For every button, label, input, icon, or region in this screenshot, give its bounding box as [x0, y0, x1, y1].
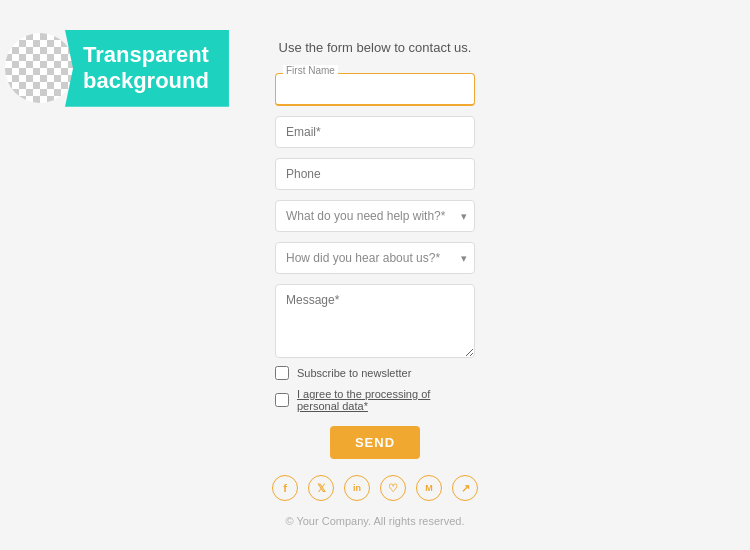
- form-subtitle: Use the form below to contact us.: [279, 40, 472, 55]
- linkedin-icon[interactable]: in: [344, 475, 370, 501]
- agree-label: I agree to the processing of personal da…: [297, 388, 475, 412]
- agree-row: I agree to the processing of personal da…: [275, 388, 475, 412]
- share-icon[interactable]: ↗: [452, 475, 478, 501]
- hear-select[interactable]: How did you hear about us?* Google Socia…: [275, 242, 475, 274]
- banner: Transparent background: [0, 0, 229, 107]
- banner-circle: [5, 33, 75, 103]
- mail-icon[interactable]: M: [416, 475, 442, 501]
- checkboxes: Subscribe to newsletter I agree to the p…: [275, 366, 475, 412]
- agree-link[interactable]: I agree to the processing of personal da…: [297, 388, 430, 412]
- first-name-field: First Name: [275, 73, 475, 106]
- email-field: [275, 116, 475, 148]
- email-input[interactable]: [275, 116, 475, 148]
- send-button[interactable]: SEND: [330, 426, 420, 459]
- help-select[interactable]: What do you need help with?* Option 1 Op…: [275, 200, 475, 232]
- banner-text-block: Transparent background: [65, 30, 229, 107]
- phone-field: [275, 158, 475, 190]
- help-select-wrapper: What do you need help with?* Option 1 Op…: [275, 200, 475, 232]
- facebook-icon[interactable]: f: [272, 475, 298, 501]
- subscribe-label: Subscribe to newsletter: [297, 367, 411, 379]
- subscribe-row: Subscribe to newsletter: [275, 366, 475, 380]
- heart-icon[interactable]: ♡: [380, 475, 406, 501]
- banner-line1: Transparent: [83, 42, 209, 68]
- help-field: What do you need help with?* Option 1 Op…: [275, 200, 475, 232]
- message-field: [275, 284, 475, 362]
- twitter-icon[interactable]: 𝕏: [308, 475, 334, 501]
- copyright: © Your Company. All rights reserved.: [285, 515, 464, 527]
- phone-input[interactable]: [275, 158, 475, 190]
- hear-field: How did you hear about us?* Google Socia…: [275, 242, 475, 274]
- first-name-label: First Name: [283, 65, 338, 76]
- footer: © Your Company. All rights reserved.: [285, 515, 464, 527]
- message-textarea[interactable]: [275, 284, 475, 358]
- contact-form: First Name What do you need help with?* …: [275, 73, 475, 362]
- social-icons: f 𝕏 in ♡ M ↗: [272, 475, 478, 501]
- banner-line2: background: [83, 68, 209, 94]
- hear-select-wrapper: How did you hear about us?* Google Socia…: [275, 242, 475, 274]
- first-name-input[interactable]: [275, 73, 475, 106]
- form-container: Use the form below to contact us. First …: [272, 40, 478, 527]
- agree-checkbox[interactable]: [275, 393, 289, 407]
- subscribe-checkbox[interactable]: [275, 366, 289, 380]
